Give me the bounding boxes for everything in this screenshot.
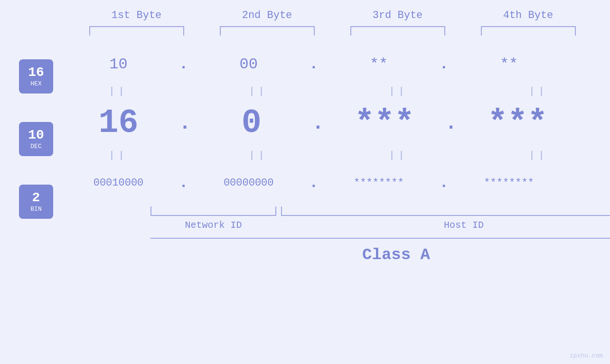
- main-container: 1st Byte 2nd Byte 3rd Byte 4th Byte 16 H…: [0, 0, 610, 364]
- hex-value-2: 00: [240, 56, 258, 73]
- bracket-cell-1: [71, 26, 202, 36]
- equals-sign-1-1: ||: [109, 86, 128, 97]
- dec-value-1: 16: [98, 107, 138, 140]
- equals-sign-1-4: ||: [529, 86, 548, 97]
- bin-badge-number: 2: [32, 191, 40, 205]
- hex-badge-label: HEX: [30, 80, 41, 87]
- bracket-line-2: [220, 26, 315, 36]
- bin-badge: 2 BIN: [19, 185, 53, 219]
- bracket-cell-3: [332, 26, 463, 36]
- equals-sign-2-3: ||: [389, 150, 408, 161]
- hex-value-1: 10: [109, 56, 127, 73]
- hex-value-3: **: [370, 56, 388, 73]
- bracket-cell-4: [463, 26, 593, 36]
- class-row: Class A: [150, 238, 610, 264]
- hex-cell-4: **: [444, 56, 574, 73]
- dec-badge-label: DEC: [30, 143, 41, 150]
- byte-header-3: 3rd Byte: [332, 9, 463, 21]
- equals-row-1: || || || ||: [53, 83, 610, 100]
- byte-header-1: 1st Byte: [71, 9, 202, 21]
- hex-row: 10 . 00 . ** . **: [53, 45, 610, 83]
- content-area: 16 HEX 10 DEC 2 BIN 10 . 00: [0, 45, 610, 364]
- dec-badge-number: 10: [28, 129, 44, 142]
- equals-cell-1-2: ||: [193, 83, 324, 100]
- bin-value-4: ********: [484, 177, 534, 189]
- hex-cell-3: **: [313, 56, 444, 73]
- dec-value-3: ***: [355, 107, 414, 140]
- dec-value-4: ***: [488, 107, 547, 140]
- byte-header-2: 2nd Byte: [202, 9, 332, 21]
- main-grid: 10 . 00 . ** . ** ||: [53, 45, 610, 264]
- bottom-section: Network ID Host ID Class A: [53, 206, 610, 264]
- watermark: ipshu.com: [570, 352, 603, 359]
- equals-sign-2-1: ||: [109, 150, 128, 161]
- equals-sign-2-4: ||: [529, 150, 548, 161]
- bracket-line-4: [481, 26, 576, 36]
- bin-row: 00010000 . 00000000 . ******** . *******…: [53, 164, 610, 202]
- dec-cell-1: 16: [53, 100, 184, 147]
- hex-badge: 16 HEX: [19, 59, 53, 93]
- bracket-cell-2: [202, 26, 332, 36]
- bin-value-1: 00010000: [94, 177, 144, 189]
- bracket-line-3: [350, 26, 445, 36]
- equals-cell-1-3: ||: [333, 83, 464, 100]
- bottom-bracket-row: [53, 206, 610, 216]
- hex-cell-1: 10: [53, 56, 184, 73]
- dec-row: 16 . 0 . *** . ***: [53, 100, 610, 147]
- byte-header-4: 4th Byte: [463, 9, 593, 21]
- equals-cell-2-3: ||: [333, 147, 464, 164]
- equals-row-2: || || || ||: [53, 147, 610, 164]
- network-id-bracket: [150, 206, 276, 216]
- labels-row: Network ID Host ID: [53, 220, 610, 231]
- dec-cell-4: ***: [452, 100, 583, 147]
- bracket-line-1: [89, 26, 184, 36]
- bin-value-3: ********: [354, 177, 404, 189]
- host-id-label: Host ID: [321, 220, 606, 231]
- equals-cell-2-1: ||: [53, 147, 184, 164]
- hex-value-4: **: [500, 56, 518, 73]
- byte-header-row: 1st Byte 2nd Byte 3rd Byte 4th Byte: [71, 9, 610, 21]
- bin-cell-4: ********: [444, 177, 574, 189]
- host-id-bracket: [281, 206, 610, 216]
- equals-cell-1-1: ||: [53, 83, 184, 100]
- equals-sign-2-2: ||: [249, 150, 268, 161]
- brackets-row: [71, 26, 610, 36]
- dec-value-2: 0: [242, 107, 262, 140]
- bin-badge-label: BIN: [30, 205, 41, 213]
- dec-cell-3: ***: [319, 100, 450, 147]
- bin-cell-3: ********: [313, 177, 444, 189]
- equals-cell-2-2: ||: [193, 147, 324, 164]
- badges-column: 16 HEX 10 DEC 2 BIN: [0, 45, 53, 219]
- network-id-label: Network ID: [162, 220, 264, 231]
- bin-value-2: 00000000: [224, 177, 274, 189]
- equals-sign-1-3: ||: [389, 86, 408, 97]
- bin-cell-1: 00010000: [53, 177, 184, 189]
- equals-cell-2-4: ||: [473, 147, 604, 164]
- dec-badge: 10 DEC: [19, 122, 53, 156]
- bin-cell-2: 00000000: [183, 177, 314, 189]
- hex-badge-number: 16: [28, 66, 44, 79]
- hex-cell-2: 00: [183, 56, 314, 73]
- class-a-label: Class A: [150, 246, 610, 264]
- equals-sign-1-2: ||: [249, 86, 268, 97]
- equals-cell-1-4: ||: [473, 83, 604, 100]
- dec-cell-2: 0: [186, 100, 317, 147]
